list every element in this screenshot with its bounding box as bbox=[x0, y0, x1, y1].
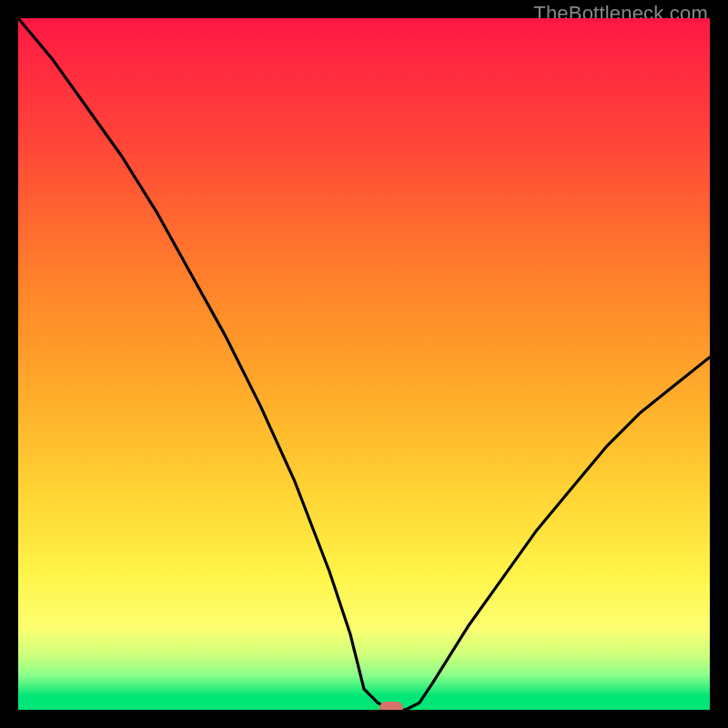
gradient-bg bbox=[18, 18, 710, 710]
chart-container: TheBottleneck.com bbox=[0, 0, 728, 728]
plot-area bbox=[18, 18, 710, 710]
optimal-marker bbox=[379, 702, 403, 710]
